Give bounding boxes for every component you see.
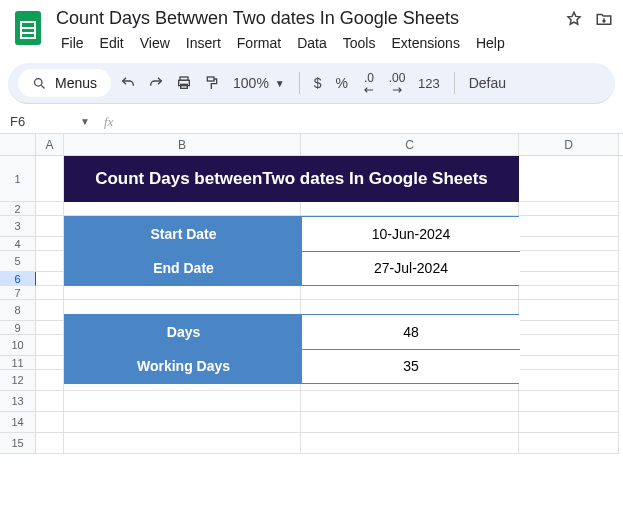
number-format-button[interactable]: 123 [414, 76, 444, 91]
undo-button[interactable] [117, 72, 139, 94]
row-header[interactable]: 12 [0, 370, 36, 391]
end-date-value[interactable]: 27-Jul-2024 [302, 252, 520, 286]
redo-button[interactable] [145, 72, 167, 94]
spreadsheet-grid[interactable]: A B C D 1 2 3 4 5 6 7 8 9 10 11 12 13 14… [0, 134, 623, 454]
working-days-label: Working Days [65, 349, 302, 383]
search-icon [32, 76, 47, 91]
paint-format-button[interactable] [201, 72, 223, 94]
svg-rect-4 [207, 77, 214, 81]
row-header[interactable]: 14 [0, 412, 36, 433]
end-date-label: End Date [65, 251, 302, 285]
fx-icon: fx [104, 114, 113, 130]
zoom-value: 100% [233, 75, 269, 91]
col-header-D[interactable]: D [519, 134, 619, 155]
days-label: Days [65, 315, 302, 349]
row-header[interactable]: 7 [0, 286, 36, 300]
menus-label: Menus [55, 75, 97, 91]
row-header[interactable]: 15 [0, 433, 36, 454]
working-days-value[interactable]: 35 [302, 350, 520, 384]
col-header-A[interactable]: A [36, 134, 64, 155]
row-header[interactable]: 10 [0, 335, 36, 356]
row-header[interactable]: 3 [0, 216, 36, 237]
menu-data[interactable]: Data [290, 31, 334, 55]
sheets-logo[interactable] [8, 8, 48, 48]
row-header[interactable]: 5 [0, 251, 36, 272]
days-value[interactable]: 48 [302, 315, 520, 350]
date-inputs-block: Start Date End Date 10-Jun-2024 27-Jul-2… [64, 216, 519, 286]
row-header[interactable]: 13 [0, 391, 36, 412]
decrease-decimal-button[interactable]: .0 [358, 72, 380, 94]
menu-tools[interactable]: Tools [336, 31, 383, 55]
row-header[interactable]: 6 [0, 272, 36, 286]
row-header[interactable]: 11 [0, 356, 36, 370]
row-header[interactable]: 1 [0, 156, 36, 202]
menu-view[interactable]: View [133, 31, 177, 55]
svg-rect-3 [181, 84, 188, 88]
row-header[interactable]: 9 [0, 321, 36, 335]
start-date-value[interactable]: 10-Jun-2024 [302, 217, 520, 252]
results-block: Days Working Days 48 35 [64, 314, 519, 384]
name-box[interactable]: F6 [0, 114, 60, 129]
col-header-C[interactable]: C [301, 134, 519, 155]
increase-decimal-button[interactable]: .00 [386, 72, 408, 94]
zoom-select[interactable]: 100%▼ [229, 75, 289, 91]
svg-point-0 [35, 78, 43, 86]
search-menus[interactable]: Menus [18, 69, 111, 97]
toolbar: Menus 100%▼ $ % .0 .00 123 Defau [8, 63, 615, 104]
print-button[interactable] [173, 72, 195, 94]
move-icon[interactable] [595, 10, 613, 28]
menu-file[interactable]: File [54, 31, 91, 55]
formula-bar: F6 ▼ fx [0, 110, 623, 134]
doc-title[interactable]: Count Days Betwwen Two dates In Google S… [52, 6, 459, 31]
row-header[interactable]: 4 [0, 237, 36, 251]
sheet-title-banner: Count Days betweenTwo dates In Google Sh… [64, 156, 519, 202]
percent-button[interactable]: % [332, 75, 352, 91]
start-date-label: Start Date [65, 217, 302, 251]
name-box-dropdown[interactable]: ▼ [80, 116, 90, 127]
select-all-corner[interactable] [0, 134, 36, 155]
menu-insert[interactable]: Insert [179, 31, 228, 55]
menu-extensions[interactable]: Extensions [384, 31, 466, 55]
row-header[interactable]: 2 [0, 202, 36, 216]
chevron-down-icon: ▼ [275, 78, 285, 89]
menu-bar: File Edit View Insert Format Data Tools … [52, 31, 615, 59]
row-header[interactable]: 8 [0, 300, 36, 321]
font-select[interactable]: Defau [465, 75, 510, 91]
currency-button[interactable]: $ [310, 75, 326, 91]
menu-format[interactable]: Format [230, 31, 288, 55]
col-header-B[interactable]: B [64, 134, 301, 155]
menu-edit[interactable]: Edit [93, 31, 131, 55]
menu-help[interactable]: Help [469, 31, 512, 55]
star-icon[interactable] [565, 10, 583, 28]
